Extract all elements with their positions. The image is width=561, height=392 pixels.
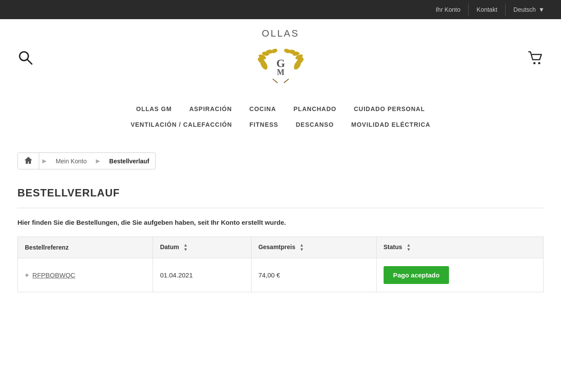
nav-item-cuidado-personal[interactable]: CUIDADO PERSONAL <box>354 104 425 114</box>
svg-line-15 <box>284 79 289 83</box>
nav-item-cocina[interactable]: COCINA <box>249 104 276 114</box>
breadcrumb-home[interactable] <box>18 153 39 169</box>
breadcrumb-wrap: ► Mein Konto ► Bestellverlauf <box>0 144 561 178</box>
table-header: Bestellreferenz Datum ▲▼ Gesamtpreis ▲▼ … <box>18 237 544 258</box>
logo-emblem: G M <box>257 41 305 89</box>
logo[interactable]: OLLAS <box>257 28 305 91</box>
nav-item-ventilacion[interactable]: VENTILACIÓN / CALEFACCIÓN <box>131 119 232 130</box>
col-bestellreferenz: Bestellreferenz <box>18 237 153 258</box>
page-title: BESTELLVERLAUF <box>17 187 544 199</box>
nav-item-ollas-gm[interactable]: OLLAS GM <box>136 104 172 114</box>
order-ref-link[interactable]: RFPBOBWQC <box>32 271 75 279</box>
table-row: + RFPBOBWQC 01.04.2021 74,00 € Pago acep… <box>18 258 544 292</box>
nav-item-descanso[interactable]: DESCANSO <box>296 119 333 130</box>
breadcrumb-current: Bestellverlauf <box>103 154 156 168</box>
svg-line-1 <box>27 60 32 64</box>
table-body: + RFPBOBWQC 01.04.2021 74,00 € Pago acep… <box>18 258 544 292</box>
col-datum[interactable]: Datum ▲▼ <box>153 237 251 258</box>
nav-row-1: OLLAS GM ASPIRACIÓN COCINA PLANCHADO CUI… <box>0 104 561 114</box>
ihr-konto-link[interactable]: Ihr Konto <box>428 3 469 16</box>
page-content: BESTELLVERLAUF Hier finden Sie die Beste… <box>0 178 561 310</box>
language-switcher[interactable]: Deutsch ▼ <box>506 3 552 16</box>
breadcrumb-mein-konto[interactable]: Mein Konto <box>50 154 93 168</box>
chevron-down-icon: ▼ <box>538 6 544 13</box>
logo-text: OLLAS <box>257 28 305 39</box>
nav-row-2: VENTILACIÓN / CALEFACCIÓN FITNESS DESCAN… <box>0 119 561 130</box>
cart-icon[interactable] <box>528 50 544 69</box>
divider <box>17 208 544 208</box>
col-status[interactable]: Status ▲▼ <box>376 237 543 258</box>
sort-datum-icon: ▲▼ <box>184 243 188 252</box>
svg-point-18 <box>534 62 536 64</box>
intro-text: Hier finden Sie die Bestellungen, die Si… <box>17 219 544 226</box>
top-bar: Ihr Konto Kontakt Deutsch ▼ <box>0 0 561 19</box>
nav-item-aspiracion[interactable]: ASPIRACIÓN <box>189 104 232 114</box>
orders-table: Bestellreferenz Datum ▲▼ Gesamtpreis ▲▼ … <box>17 237 544 292</box>
svg-point-19 <box>538 62 541 64</box>
nav-item-movilidad[interactable]: MOVILIDAD ELÉCTRICA <box>351 119 431 130</box>
main-nav: OLLAS GM ASPIRACIÓN COCINA PLANCHADO CUI… <box>0 99 561 144</box>
header: OLLAS <box>0 19 561 99</box>
nav-item-planchado[interactable]: PLANCHADO <box>293 104 336 114</box>
cell-status: Pago aceptado <box>376 258 543 292</box>
col-gesamtpreis[interactable]: Gesamtpreis ▲▼ <box>251 237 376 258</box>
sort-gesamtpreis-icon: ▲▼ <box>299 243 304 252</box>
search-icon[interactable] <box>17 50 33 69</box>
sort-status-icon: ▲▼ <box>406 243 411 252</box>
kontakt-link[interactable]: Kontakt <box>469 3 505 16</box>
cell-datum: 01.04.2021 <box>153 258 251 292</box>
expand-icon[interactable]: + <box>25 271 29 279</box>
svg-line-14 <box>272 79 277 83</box>
breadcrumb-separator-1: ► <box>39 157 50 165</box>
cell-gesamtpreis: 74,00 € <box>251 258 376 292</box>
status-button[interactable]: Pago aceptado <box>384 266 449 284</box>
breadcrumb: ► Mein Konto ► Bestellverlauf <box>17 152 156 169</box>
breadcrumb-separator-2: ► <box>93 157 103 165</box>
cell-bestellreferenz: + RFPBOBWQC <box>18 258 153 292</box>
svg-text:M: M <box>277 68 284 77</box>
nav-item-fitness[interactable]: FITNESS <box>249 119 278 130</box>
home-icon <box>24 156 33 166</box>
